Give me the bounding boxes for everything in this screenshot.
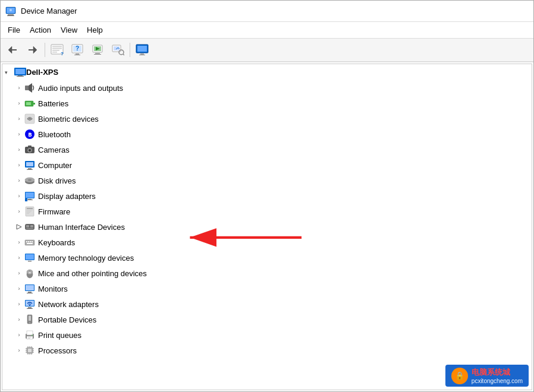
tree-item-portable[interactable]: › Portable Devices bbox=[2, 312, 532, 327]
firmware-expand[interactable]: › bbox=[14, 207, 24, 216]
disk-expand[interactable]: › bbox=[14, 176, 24, 185]
bluetooth-expand[interactable]: › bbox=[14, 129, 24, 139]
tree-item-disk[interactable]: › Disk drives bbox=[2, 173, 532, 188]
disk-label: Disk drives bbox=[38, 176, 76, 185]
display-expand[interactable]: › bbox=[14, 191, 24, 201]
tree-item-cameras[interactable]: › Cameras bbox=[2, 142, 532, 157]
cameras-icon bbox=[24, 144, 36, 156]
watermark-icon: 🔒 bbox=[451, 368, 468, 384]
batteries-expand[interactable]: › bbox=[14, 99, 24, 108]
keyboards-icon bbox=[24, 236, 36, 248]
svg-rect-30 bbox=[137, 46, 147, 52]
mice-expand[interactable]: › bbox=[14, 268, 24, 278]
tree-item-firmware[interactable]: › Firmware bbox=[2, 204, 532, 219]
portable-icon bbox=[24, 314, 36, 325]
tree-item-memory[interactable]: › Memory technology devices bbox=[2, 250, 532, 265]
svg-rect-6 bbox=[10, 49, 17, 50]
properties-button[interactable]: ? bbox=[48, 40, 67, 59]
tree-item-monitors[interactable]: › Monitors bbox=[2, 281, 532, 296]
scan-button[interactable] bbox=[108, 40, 127, 59]
svg-rect-62 bbox=[27, 208, 33, 209]
svg-rect-59 bbox=[27, 200, 33, 200]
enable-button[interactable] bbox=[88, 40, 107, 59]
svg-rect-24 bbox=[94, 54, 101, 55]
portable-expand[interactable]: › bbox=[14, 315, 24, 324]
root-expand[interactable]: ▾ bbox=[5, 69, 14, 75]
biometric-expand[interactable]: › bbox=[14, 114, 24, 124]
svg-rect-74 bbox=[28, 241, 29, 242]
device-tree[interactable]: ▾ Dell-XPS › bbox=[2, 64, 532, 390]
audio-label: Audio inputs and outputs bbox=[38, 84, 123, 93]
menu-help[interactable]: Help bbox=[82, 24, 108, 36]
svg-rect-31 bbox=[140, 53, 144, 55]
svg-rect-76 bbox=[32, 241, 33, 242]
keyboards-label: Keyboards bbox=[38, 238, 75, 247]
menu-file[interactable]: File bbox=[3, 24, 25, 36]
root-node[interactable]: ▾ Dell-XPS bbox=[2, 64, 532, 80]
cameras-expand[interactable]: › bbox=[14, 145, 24, 154]
print-expand[interactable]: › bbox=[14, 330, 24, 340]
svg-rect-32 bbox=[139, 55, 145, 55]
svg-point-93 bbox=[29, 305, 30, 306]
tree-item-keyboards[interactable]: › Keyboards bbox=[2, 235, 532, 250]
back-button[interactable] bbox=[3, 40, 22, 59]
tree-item-processors[interactable]: › bbox=[2, 343, 532, 358]
tree-item-print[interactable]: › Print queues bbox=[2, 327, 532, 343]
menu-view[interactable]: View bbox=[56, 24, 82, 36]
svg-rect-88 bbox=[27, 293, 33, 293]
audio-expand[interactable]: › bbox=[14, 83, 24, 93]
processors-label: Processors bbox=[38, 346, 77, 355]
svg-rect-92 bbox=[27, 308, 33, 309]
svg-rect-11 bbox=[52, 48, 62, 49]
forward-button[interactable] bbox=[23, 40, 42, 59]
processors-expand[interactable]: › bbox=[14, 346, 24, 355]
svg-text:?: ? bbox=[61, 51, 64, 56]
title-bar: Device Manager bbox=[1, 1, 533, 22]
svg-marker-38 bbox=[29, 83, 32, 93]
menu-action[interactable]: Action bbox=[25, 24, 56, 36]
tree-item-hid[interactable]: Human Interface Devices bbox=[2, 219, 532, 235]
display-label: Display adapters bbox=[38, 192, 96, 201]
help-button[interactable]: ? bbox=[68, 40, 87, 59]
computer-expand[interactable]: › bbox=[14, 160, 24, 170]
svg-rect-40 bbox=[33, 103, 35, 105]
tree-item-biometric[interactable]: › Biometric devices bbox=[2, 111, 532, 127]
svg-rect-64 bbox=[27, 211, 32, 211]
svg-text:ʙ: ʙ bbox=[28, 131, 32, 138]
root-icon bbox=[14, 66, 26, 78]
device-manager-window: Device Manager File Action View Help bbox=[0, 0, 534, 392]
computer-icon bbox=[24, 159, 36, 171]
svg-rect-57 bbox=[26, 192, 34, 198]
batteries-icon bbox=[24, 97, 36, 109]
network-expand[interactable]: › bbox=[14, 299, 24, 309]
svg-rect-65 bbox=[27, 212, 30, 213]
display-button[interactable] bbox=[133, 40, 152, 59]
tree-item-audio[interactable]: › Audio inputs and outputs bbox=[2, 80, 532, 96]
svg-rect-97 bbox=[29, 315, 31, 316]
cameras-label: Cameras bbox=[38, 146, 70, 154]
tree-item-bluetooth[interactable]: › ʙ Bluetooth bbox=[2, 127, 532, 142]
keyboards-expand[interactable]: › bbox=[14, 238, 24, 247]
hid-expand[interactable] bbox=[14, 222, 24, 232]
svg-rect-100 bbox=[27, 336, 33, 339]
mice-label: Mice and other pointing devices bbox=[38, 269, 147, 278]
memory-expand[interactable]: › bbox=[14, 253, 24, 263]
network-label: Network adapters bbox=[38, 300, 99, 309]
hid-icon bbox=[24, 221, 36, 233]
monitors-expand[interactable]: › bbox=[14, 284, 24, 293]
watermark-text-block: 电脑系统城 pcxitongcheng.com bbox=[472, 367, 523, 384]
tree-item-mice[interactable]: › Mice and other pointing devices bbox=[2, 265, 532, 281]
tree-item-batteries[interactable]: › Batteries bbox=[2, 96, 532, 111]
svg-point-96 bbox=[29, 322, 30, 323]
tree-item-display[interactable]: › Display adapters bbox=[2, 188, 532, 204]
portable-label: Portable Devices bbox=[38, 315, 96, 324]
svg-rect-10 bbox=[52, 46, 62, 48]
processors-icon bbox=[24, 344, 36, 356]
svg-point-27 bbox=[119, 50, 124, 55]
tree-item-network[interactable]: › Network adapters bbox=[2, 296, 532, 312]
bluetooth-icon: ʙ bbox=[24, 128, 36, 140]
biometric-label: Biometric devices bbox=[38, 115, 99, 124]
tree-item-computer[interactable]: › Computer bbox=[2, 157, 532, 173]
svg-rect-12 bbox=[52, 50, 59, 51]
svg-rect-72 bbox=[25, 240, 34, 245]
